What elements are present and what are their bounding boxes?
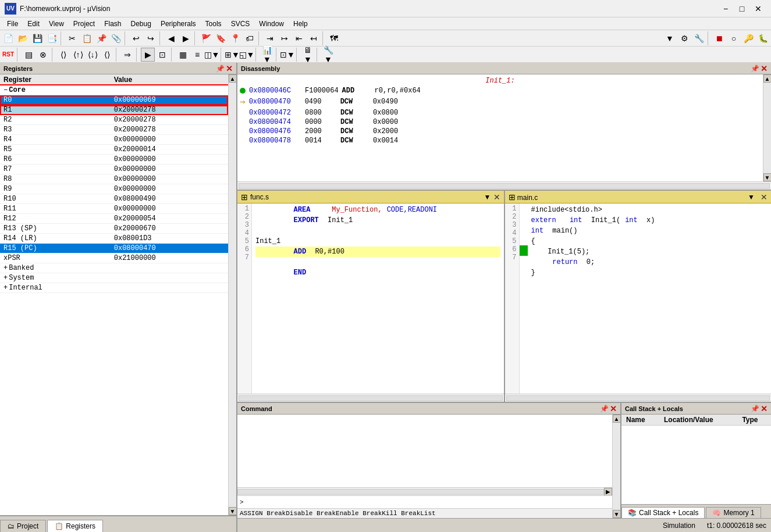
tb-cut[interactable]: ✂ [65,31,79,45]
callstack-content[interactable]: Name Location/Value Type [621,415,771,504]
tb-undo[interactable]: ↩ [129,31,143,45]
table-row[interactable]: xPSR 0x21000000 [0,253,228,263]
tb-paste2[interactable]: 📎 [109,31,123,45]
disassembly-pin[interactable]: 📌 [751,65,759,73]
table-row[interactable]: R7 0x00000000 [0,165,228,174]
tb-t4[interactable]: ⟨↑⟩ [71,48,85,62]
tb-arrow[interactable]: ⇒ [120,48,134,62]
table-row[interactable]: R15 (PC) 0x08000470 [0,244,228,253]
tb-t6[interactable]: ⟨⟩ [100,48,114,62]
scroll-up[interactable]: ▲ [613,415,621,423]
tb-indent[interactable]: ⇥ [263,31,277,45]
tb-fwd[interactable]: ▶ [179,31,193,45]
tb-chart[interactable]: 📊▼ [260,48,274,62]
tb-tools2[interactable]: 🔧▼ [321,48,335,62]
table-row[interactable]: +Internal [0,283,228,293]
menu-flash[interactable]: Flash [100,19,126,29]
menu-project[interactable]: Project [69,19,100,29]
command-close[interactable]: ✕ [610,404,617,413]
table-row[interactable]: +Banked [0,263,228,273]
disassembly-close[interactable]: ✕ [761,64,768,73]
hscroll-track[interactable] [506,395,770,401]
callstack-close[interactable]: ✕ [761,404,768,413]
tb-back[interactable]: ◀ [164,31,178,45]
disasm-row[interactable]: 0x0800046C F1000064 ADD r0,r0,#0x64 [237,86,763,95]
funcs-close[interactable]: ✕ [493,192,500,202]
scroll-track[interactable] [229,83,236,507]
tb-dd2[interactable]: ▦ [176,48,190,62]
expand-banked[interactable]: + [3,264,8,272]
tb-copy[interactable]: 📋 [80,31,94,45]
table-row[interactable]: R0 0x00000069 [0,95,228,105]
registers-close[interactable]: ✕ [226,64,233,73]
disassembly-content[interactable]: Init_1: 0x0800046C F1000064 ADD r0,r0,#0… [237,74,763,181]
table-row[interactable]: R14 (LR) 0x08001D3 [0,234,228,244]
scroll-up[interactable]: ▲ [229,74,237,83]
menu-window[interactable]: Window [254,19,289,29]
scroll-right[interactable]: ▶ [604,488,612,496]
funcs-hscroll[interactable] [237,394,504,402]
command-scrollbar[interactable]: ▲ ▼ [612,415,620,518]
tb-wrench[interactable]: 🔧 [692,31,706,45]
menu-debug[interactable]: Debug [126,19,156,29]
expand-system[interactable]: + [3,274,8,282]
table-row[interactable]: R12 0x20000054 [0,214,228,224]
funcs-editor[interactable]: 1 2 3 4 5 6 7 AREA My_Function,CODE,READ… [237,203,504,394]
scroll-up[interactable]: ▲ [763,74,772,83]
tb-paste[interactable]: 📌 [94,31,108,45]
hscroll-track[interactable] [237,489,604,495]
close-button[interactable]: ✕ [750,3,766,15]
tb-dd6[interactable]: ◱▼ [240,48,254,62]
tb-key[interactable]: 🔑 [741,31,755,45]
tb-t3[interactable]: ⟨⟩ [56,48,70,62]
table-row[interactable]: −Core [0,85,228,95]
tb-bookmark[interactable]: 🚩 [199,31,213,45]
tb-dd[interactable]: ▼ [663,31,677,45]
tb-dd8[interactable]: 🖥▼ [301,48,315,62]
mainc-dd-btn[interactable]: ▼ [748,193,755,201]
table-row[interactable]: R5 0x20000014 [0,145,228,155]
tb-indent3[interactable]: ⇤ [292,31,306,45]
mainc-close[interactable]: ✕ [761,192,768,202]
scroll-down[interactable]: ▼ [613,510,621,518]
tab-project[interactable]: 🗂 Project [0,520,46,532]
hscroll-track[interactable] [239,183,770,189]
tb-bm3[interactable]: 📍 [228,31,242,45]
menu-svcs[interactable]: SVCS [226,19,255,29]
tab-registers[interactable]: 📋 Registers [47,520,103,532]
tb-circle[interactable]: ○ [727,31,741,45]
command-pin[interactable]: 📌 [600,405,609,413]
tb-dd7[interactable]: ⊡▼ [280,48,294,62]
tb-bm2[interactable]: 🔖 [214,31,228,45]
tb-open[interactable]: 📂 [16,31,30,45]
tb-build[interactable]: 🗺 [327,31,341,45]
table-row[interactable]: R8 0x00000000 [0,174,228,184]
registers-pin[interactable]: 📌 [216,65,225,73]
tb-dd3[interactable]: ≡ [190,48,204,62]
table-row[interactable]: R9 0x00000000 [0,184,228,194]
disasm-row[interactable]: 0x08000478 0014 DCW 0x0014 [237,136,763,145]
command-input-area[interactable]: > [237,495,612,508]
tb-t2[interactable]: ⊗ [36,48,50,62]
table-row[interactable]: R10 0x08000490 [0,194,228,204]
scroll-down[interactable]: ▼ [229,507,237,515]
menu-view[interactable]: View [44,19,69,29]
tb-dbg[interactable]: 🐛 [756,31,770,45]
tb-redo[interactable]: ↪ [144,31,158,45]
callstack-pin[interactable]: 📌 [751,405,759,413]
table-row[interactable]: R1 0x20000278 [0,105,228,115]
tb-rst[interactable]: RST [1,48,15,62]
disassembly-scrollbar[interactable]: ▲ ▼ [763,74,771,181]
registers-table-scroll[interactable]: Register Value −Core R0 [0,74,228,515]
menu-peripherals[interactable]: Peripherals [156,19,201,29]
tb-new[interactable]: 📄 [1,31,15,45]
tb-dd4[interactable]: ◫▼ [205,48,219,62]
table-row[interactable]: R11 0x00000000 [0,204,228,214]
tab-callstack[interactable]: 📚 Call Stack + Locals [621,507,705,518]
disasm-row[interactable]: 0x08000474 0000 DCW 0x0000 [237,117,763,127]
table-row[interactable]: R13 (SP) 0x20000670 [0,224,228,234]
table-row[interactable]: R4 0x00000000 [0,135,228,145]
tb-save2[interactable]: 📑 [45,31,59,45]
tb-indent2[interactable]: ↦ [278,31,292,45]
tb-t1[interactable]: ▤ [22,48,35,62]
